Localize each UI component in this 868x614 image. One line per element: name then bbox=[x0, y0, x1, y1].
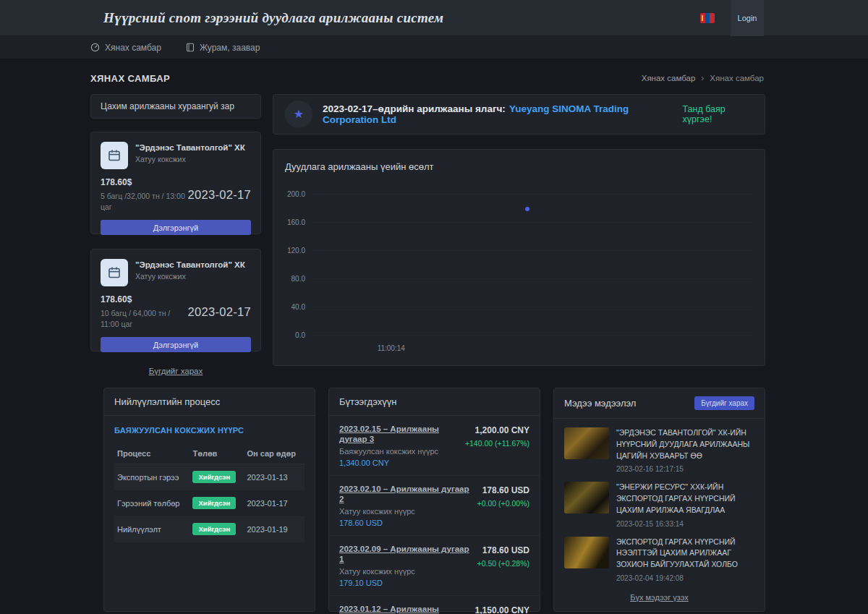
y-tick: 0.0 bbox=[295, 331, 305, 339]
product-start-price: 1,150.00 CNY bbox=[464, 605, 529, 614]
product-name: Хатуу коксжих нүүрс bbox=[339, 567, 472, 576]
process-name: Гэрээний төлбөр bbox=[114, 490, 190, 516]
offer-company: "Эрдэнэс Тавантолгой" ХК bbox=[135, 143, 245, 152]
y-tick: 40.0 bbox=[292, 303, 305, 311]
news-item-timestamp: 2023-02-04 19:42:08 bbox=[616, 574, 754, 582]
y-tick: 80.0 bbox=[292, 275, 305, 283]
offer-coal-type: Хатуу коксжих bbox=[135, 272, 245, 281]
product-auction-link[interactable]: 2023.02.10 – Арилжааны дугаар 2 bbox=[339, 485, 469, 503]
page-title: ХЯНАХ САМБАР bbox=[90, 73, 170, 84]
process-table: Процесс Төлөв Он сар өдөр Экспортын гэрэ… bbox=[114, 443, 305, 542]
list-item: 2023.01.12 – Арилжааны дугаар 0 Баяжуулс… bbox=[329, 596, 540, 614]
news-card-header: Мэдээ мэдээлэл Бүгдийг харах bbox=[554, 388, 765, 419]
offer-price-block: 178.60$ 5 багц /32,000 тн / 13:00 цаг bbox=[101, 177, 186, 213]
news-item-timestamp: 2023-02-16 12:17:15 bbox=[616, 465, 754, 473]
main-column: ★ 2023-02-17–өдрийн арилжааны ялагч:Yuey… bbox=[273, 94, 765, 376]
product-change: +0.50 (+0.28%) bbox=[477, 559, 529, 568]
products-title: Бүтээгдэхүүн bbox=[339, 396, 396, 407]
list-item[interactable]: "ЭНЕРЖИ РЕСУРС" ХХК-ИЙН ЭКСПОРТОД ГАРГАХ… bbox=[554, 473, 765, 527]
winner-prefix: 2023-02-17–өдрийн арилжааны ялагч: bbox=[323, 103, 506, 114]
product-auction-link[interactable]: 2023.02.09 – Арилжааны дугаар 1 bbox=[339, 545, 469, 563]
nav-item-dashboard[interactable]: Хянах самбар bbox=[90, 43, 161, 53]
process-product-link[interactable]: БАЯЖУУЛСАН КОКСЖИХ НҮҮРС bbox=[104, 416, 315, 443]
product-auction-link[interactable]: 2023.02.15 – Арилжааны дугаар 3 bbox=[339, 425, 439, 443]
breadcrumb: Хянах самбар › Хянах самбар bbox=[642, 73, 764, 83]
product-name: Баяжуулсан коксжих нүүрс bbox=[339, 447, 459, 456]
offer-details-button[interactable]: Дэлгэрэнгүй bbox=[101, 337, 251, 352]
product-info: 2023.02.15 – Арилжааны дугаар 3 Баяжуулс… bbox=[339, 424, 459, 467]
product-prices: 178.60 USD +0.50 (+0.28%) bbox=[472, 544, 529, 587]
news-body: "ЭРДЭНЭС ТАВАНТОЛГОЙ" ХК-ИЙН НҮҮРСНИЙ ДУ… bbox=[616, 427, 754, 473]
product-info: 2023.01.12 – Арилжааны дугаар 0 Баяжуулс… bbox=[339, 604, 459, 614]
y-tick: 160.0 bbox=[287, 218, 305, 226]
offer-card: "Эрдэнэс Тавантолгой" ХК Хатуу коксжих 1… bbox=[90, 249, 261, 351]
calendar-icon bbox=[101, 259, 128, 286]
summary-header-card: Цахим арилжааны хураангуй зар bbox=[90, 94, 261, 119]
news-thumbnail bbox=[564, 482, 609, 513]
news-thumbnail bbox=[564, 427, 609, 459]
chart-title: Дуудлага арилжааны үеийн өсөлт bbox=[285, 161, 753, 172]
table-row: Нийлүүлэлт Хийгдсэн 2023-01-19 bbox=[114, 516, 305, 542]
product-close-price: 178.60 USD bbox=[339, 519, 472, 527]
gridline bbox=[311, 335, 753, 336]
gridline bbox=[311, 222, 753, 223]
auction-chart-card: Дуудлага арилжааны үеийн өсөлт 200.0 160… bbox=[273, 149, 765, 366]
chart-body: 200.0 160.0 120.0 80.0 40.0 0.0 bbox=[285, 194, 753, 335]
status-badge: Хийгдсэн bbox=[192, 523, 236, 535]
summary-title: Цахим арилжааны хураангуй зар bbox=[101, 101, 234, 111]
process-title: Нийлүүлэлтийн процесс bbox=[114, 396, 220, 407]
process-date: 2023-01-17 bbox=[244, 490, 305, 516]
offer-company: "Эрдэнэс Тавантолгой" ХК bbox=[135, 260, 245, 269]
star-icon: ★ bbox=[285, 101, 312, 128]
offer-lots: 5 багц /32,000 тн / 13:00 цаг bbox=[101, 191, 186, 213]
breadcrumb-link[interactable]: Хянах самбар bbox=[642, 74, 696, 82]
product-prices: 1,200.00 CNY +140.00 (+11.67%) bbox=[459, 424, 529, 467]
chart-data-point bbox=[525, 207, 529, 211]
offer-details-button[interactable]: Дэлгэрэнгүй bbox=[101, 220, 251, 235]
login-button[interactable]: Login bbox=[731, 0, 764, 36]
products-card-header: Бүтээгдэхүүн bbox=[329, 388, 540, 416]
breadcrumb-current: Хянах самбар bbox=[710, 74, 764, 82]
list-item: 2023.02.15 – Арилжааны дугаар 3 Баяжуулс… bbox=[329, 416, 540, 476]
process-date: 2023-01-13 bbox=[244, 464, 305, 490]
products-card: Бүтээгдэхүүн 2023.02.15 – Арилжааны дуга… bbox=[328, 388, 540, 612]
list-item: 2023.02.09 – Арилжааны дугаар 1 Хатуу ко… bbox=[329, 536, 540, 596]
product-change: +0.00 (+0.00%) bbox=[477, 499, 529, 508]
news-item-title: "ЭРДЭНЭС ТАВАНТОЛГОЙ" ХК-ИЙН НҮҮРСНИЙ ДУ… bbox=[616, 427, 754, 461]
page-container: ХЯНАХ САМБАР Хянах самбар › Хянах самбар… bbox=[90, 59, 765, 612]
all-news-link[interactable]: Бүх мэдээг үзэх bbox=[630, 593, 689, 602]
offer-price: 178.60$ bbox=[101, 177, 186, 187]
product-start-price: 178.60 USD bbox=[477, 545, 529, 555]
chart-y-axis: 200.0 160.0 120.0 80.0 40.0 0.0 bbox=[285, 194, 311, 335]
offer-coal-type: Хатуу коксжих bbox=[135, 155, 245, 163]
product-close-price: 179.10 USD bbox=[339, 579, 472, 587]
news-view-all-button[interactable]: Бүгдийг харах bbox=[694, 396, 754, 410]
left-sidebar: Цахим арилжааны хураангуй зар "Эрдэнэс Т… bbox=[90, 94, 261, 376]
offer-date: 2023-02-17 bbox=[188, 188, 251, 202]
app-title: Нүүрсний спот гэрээний дуудлага арилжаан… bbox=[103, 10, 443, 26]
status-badge: Хийгдсэн bbox=[192, 497, 236, 509]
news-item-timestamp: 2023-02-15 16:33:14 bbox=[616, 520, 754, 528]
product-prices: 178.60 USD +0.00 (+0.00%) bbox=[472, 484, 529, 527]
news-title: Мэдээ мэдээлэл bbox=[564, 398, 636, 409]
list-item[interactable]: ЭКСПОРТОД ГАРГАХ НҮҮРСНИЙ НЭЭЛТТЭЙ ЦАХИМ… bbox=[554, 528, 765, 582]
supply-process-card: Нийлүүлэлтийн процесс БАЯЖУУЛСАН КОКСЖИХ… bbox=[103, 388, 315, 612]
table-row: Экспортын гэрээ Хийгдсэн 2023-01-13 bbox=[114, 464, 305, 490]
nav-item-rules[interactable]: Журам, заавар bbox=[186, 43, 260, 53]
nav-item-label: Журам, заавар bbox=[200, 43, 260, 53]
product-start-price: 178.60 USD bbox=[477, 485, 529, 495]
calendar-icon bbox=[101, 142, 128, 169]
process-name: Нийлүүлэлт bbox=[114, 516, 190, 542]
nav-item-label: Хянах самбар bbox=[105, 43, 161, 53]
product-auction-link[interactable]: 2023.01.12 – Арилжааны дугаар 0 bbox=[339, 605, 439, 614]
bottom-grid: Нийлүүлэлтийн процесс БАЯЖУУЛСАН КОКСЖИХ… bbox=[90, 388, 765, 612]
news-body: ЭКСПОРТОД ГАРГАХ НҮҮРСНИЙ НЭЭЛТТЭЙ ЦАХИМ… bbox=[616, 537, 754, 582]
list-item[interactable]: "ЭРДЭНЭС ТАВАНТОЛГОЙ" ХК-ИЙН НҮҮРСНИЙ ДУ… bbox=[554, 419, 765, 473]
news-body: "ЭНЕРЖИ РЕСУРС" ХХК-ИЙН ЭКСПОРТОД ГАРГАХ… bbox=[616, 482, 754, 527]
product-info: 2023.02.09 – Арилжааны дугаар 1 Хатуу ко… bbox=[339, 544, 472, 587]
view-all-wrap: Бүгдийг харах bbox=[90, 366, 261, 376]
offer-price-block: 178.60$ 10 багц / 64,000 тн / 11:00 цаг bbox=[101, 294, 186, 330]
main-nav: Хянах самбар Журам, заавар bbox=[0, 36, 868, 59]
view-all-offers-link[interactable]: Бүгдийг харах bbox=[149, 367, 203, 375]
page-head: ХЯНАХ САМБАР Хянах самбар › Хянах самбар bbox=[90, 69, 765, 87]
